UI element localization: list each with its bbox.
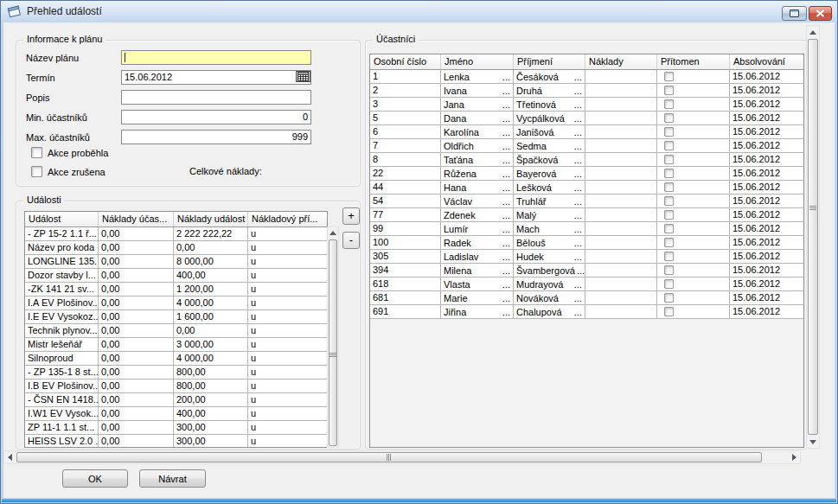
first-name-lookup-ellipsis[interactable]: ...	[501, 209, 510, 221]
last-name-lookup-ellipsis[interactable]: ...	[573, 126, 582, 138]
first-name-cell[interactable]: Karolína...	[441, 125, 514, 139]
first-name-lookup-ellipsis[interactable]: ...	[501, 182, 510, 194]
event-cell[interactable]: 0,00	[99, 255, 174, 269]
event-cell[interactable]: 3 000,00	[174, 338, 248, 352]
event-cell[interactable]: I.E EV Vysokoz...	[25, 310, 99, 324]
completion-date-cell[interactable]: 15.06.2012	[730, 250, 803, 264]
personnel-number-cell[interactable]: 394	[370, 264, 441, 278]
personnel-number-cell[interactable]: 22	[370, 167, 441, 181]
event-cell[interactable]: u	[248, 241, 327, 255]
event-cell[interactable]: u	[248, 380, 327, 393]
last-name-lookup-ellipsis[interactable]: ...	[573, 112, 582, 124]
event-cell[interactable]: 0,00	[99, 297, 174, 310]
horizontal-scrollbar-thumb[interactable]	[16, 452, 762, 463]
event-cell[interactable]: 0,00	[99, 407, 174, 421]
events-scroll-up-icon[interactable]	[328, 227, 338, 239]
costs-cell[interactable]	[585, 195, 657, 208]
present-checkbox[interactable]	[664, 196, 674, 206]
first-name-lookup-ellipsis[interactable]: ...	[501, 195, 510, 207]
maximize-button[interactable]	[782, 6, 807, 21]
navrat-button[interactable]: Návrat	[139, 469, 206, 488]
present-checkbox[interactable]	[664, 72, 674, 81]
present-checkbox[interactable]	[664, 293, 674, 303]
first-name-lookup-ellipsis[interactable]: ...	[501, 126, 510, 138]
first-name-lookup-ellipsis[interactable]: ...	[501, 251, 510, 263]
plan-name-input[interactable]	[121, 50, 311, 65]
event-cell[interactable]: 0,00	[99, 393, 174, 407]
personnel-number-cell[interactable]: 3	[370, 98, 441, 112]
costs-cell[interactable]	[585, 139, 657, 153]
first-name-cell[interactable]: Jana...	[441, 98, 514, 112]
last-name-lookup-ellipsis[interactable]: ...	[573, 195, 582, 207]
personnel-number-cell[interactable]: 6	[370, 125, 441, 139]
first-name-cell[interactable]: Milena...	[441, 264, 514, 278]
event-cell[interactable]: ZP 11-1 1.1 st...	[25, 421, 99, 435]
event-cell[interactable]: Silnoproud	[25, 352, 99, 366]
event-cell[interactable]: 0,00	[99, 366, 174, 380]
completion-date-cell[interactable]: 15.06.2012	[730, 153, 803, 167]
first-name-cell[interactable]: Jiřina...	[441, 305, 514, 319]
last-name-lookup-ellipsis[interactable]: ...	[573, 237, 582, 249]
completion-date-cell[interactable]: 15.06.2012	[730, 181, 803, 195]
event-cell[interactable]: u	[248, 324, 327, 338]
last-name-cell[interactable]: Druhá...	[514, 84, 585, 98]
ok-button[interactable]: OK	[62, 469, 128, 488]
event-cell[interactable]: HEISS LSV 2.0 ...	[25, 435, 99, 448]
event-cell[interactable]: 300,00	[174, 421, 248, 435]
event-cell[interactable]: 0,00	[99, 227, 174, 241]
event-cell[interactable]: Dozor stavby l...	[25, 269, 99, 283]
costs-cell[interactable]	[585, 125, 657, 139]
completion-date-cell[interactable]: 15.06.2012	[730, 305, 803, 319]
first-name-cell[interactable]: Vlasta...	[441, 278, 514, 291]
event-cell[interactable]: 0,00	[99, 241, 174, 255]
first-name-cell[interactable]: Marie...	[441, 291, 514, 305]
event-cell[interactable]: Mistr lešeňář	[25, 338, 99, 352]
vertical-scrollbar-thumb[interactable]	[808, 39, 818, 435]
event-cell[interactable]: 4 000,00	[174, 352, 248, 366]
costs-cell[interactable]	[585, 278, 657, 291]
scroll-left-icon[interactable]	[4, 451, 16, 463]
last-name-lookup-ellipsis[interactable]: ...	[573, 85, 582, 97]
event-cell[interactable]: 1 200,00	[174, 283, 248, 297]
personnel-number-cell[interactable]: 2	[370, 84, 441, 98]
personnel-number-cell[interactable]: 54	[370, 195, 441, 208]
last-name-lookup-ellipsis[interactable]: ...	[573, 209, 582, 221]
termin-input[interactable]: 15.06.2012	[121, 70, 311, 85]
present-checkbox[interactable]	[664, 169, 674, 178]
last-name-lookup-ellipsis[interactable]: ...	[573, 71, 582, 83]
scroll-down-icon[interactable]	[807, 436, 819, 448]
last-name-lookup-ellipsis[interactable]: ...	[573, 140, 582, 152]
last-name-cell[interactable]: Mach...	[514, 222, 585, 236]
first-name-lookup-ellipsis[interactable]: ...	[501, 99, 510, 111]
first-name-lookup-ellipsis[interactable]: ...	[501, 265, 510, 277]
last-name-cell[interactable]: Třetinová...	[514, 98, 585, 112]
akce-zrusena-checkbox[interactable]	[31, 166, 42, 177]
completion-date-cell[interactable]: 15.06.2012	[730, 125, 803, 139]
last-name-cell[interactable]: Bayerová...	[514, 167, 585, 181]
last-name-cell[interactable]: Nováková...	[514, 291, 585, 305]
event-cell[interactable]: u	[248, 421, 327, 435]
event-cell[interactable]: LONGLINE 135...	[25, 255, 99, 269]
first-name-cell[interactable]: Hana...	[441, 181, 514, 195]
last-name-lookup-ellipsis[interactable]: ...	[573, 99, 582, 111]
last-name-lookup-ellipsis[interactable]: ...	[573, 278, 582, 290]
present-checkbox[interactable]	[664, 238, 674, 247]
first-name-cell[interactable]: Dana...	[441, 112, 514, 125]
last-name-cell[interactable]: Chalupová...	[514, 305, 585, 319]
event-cell[interactable]: 8 000,00	[174, 255, 248, 269]
last-name-lookup-ellipsis[interactable]: ...	[573, 182, 582, 194]
personnel-number-cell[interactable]: 77	[370, 208, 441, 222]
costs-cell[interactable]	[585, 70, 657, 84]
last-name-cell[interactable]: Malý...	[514, 208, 585, 222]
last-name-cell[interactable]: Česáková...	[514, 70, 585, 84]
costs-cell[interactable]	[585, 84, 657, 98]
present-checkbox[interactable]	[664, 113, 674, 123]
last-name-cell[interactable]: Truhlář...	[514, 195, 585, 208]
event-cell[interactable]: 0,00	[99, 269, 174, 283]
personnel-number-cell[interactable]: 99	[370, 222, 441, 236]
present-checkbox[interactable]	[664, 279, 674, 289]
present-checkbox[interactable]	[664, 265, 674, 275]
close-button[interactable]	[809, 6, 832, 21]
present-checkbox[interactable]	[664, 141, 674, 150]
last-name-lookup-ellipsis[interactable]: ...	[573, 306, 582, 318]
